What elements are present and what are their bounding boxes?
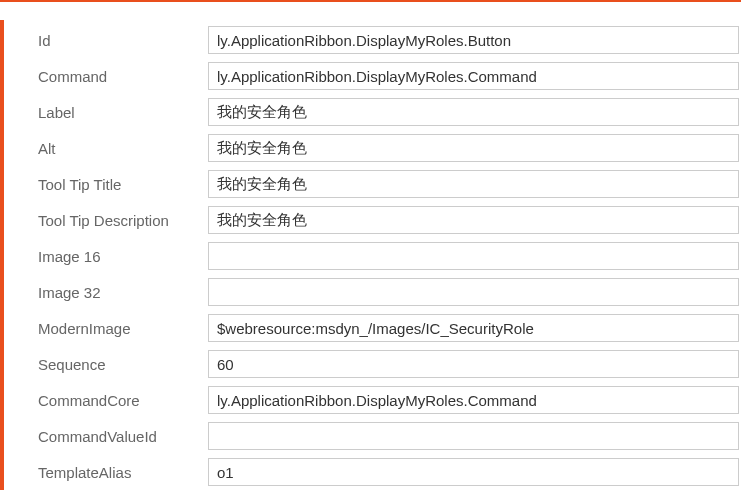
tooltip-title-input[interactable] — [208, 170, 739, 198]
alt-label: Alt — [4, 140, 208, 157]
label-label: Label — [4, 104, 208, 121]
property-row-tooltip-title: Tool Tip Title — [4, 166, 741, 202]
commandcore-label: CommandCore — [4, 392, 208, 409]
command-input[interactable] — [208, 62, 739, 90]
property-row-label: Label — [4, 94, 741, 130]
id-input[interactable] — [208, 26, 739, 54]
top-gap — [0, 2, 741, 20]
properties-panel: Id Command Label Alt Tool Tip Title Tool… — [0, 20, 741, 490]
image32-label: Image 32 — [4, 284, 208, 301]
templatealias-label: TemplateAlias — [4, 464, 208, 481]
id-label: Id — [4, 32, 208, 49]
property-row-image32: Image 32 — [4, 274, 741, 310]
property-row-sequence: Sequence — [4, 346, 741, 382]
tooltip-title-label: Tool Tip Title — [4, 176, 208, 193]
properties-list: Id Command Label Alt Tool Tip Title Tool… — [4, 20, 741, 490]
command-label: Command — [4, 68, 208, 85]
image16-label: Image 16 — [4, 248, 208, 265]
property-row-modernimage: ModernImage — [4, 310, 741, 346]
modernimage-input[interactable] — [208, 314, 739, 342]
commandvalueid-label: CommandValueId — [4, 428, 208, 445]
property-row-alt: Alt — [4, 130, 741, 166]
property-row-image16: Image 16 — [4, 238, 741, 274]
property-row-tooltip-description: Tool Tip Description — [4, 202, 741, 238]
templatealias-input[interactable] — [208, 458, 739, 486]
label-input[interactable] — [208, 98, 739, 126]
commandcore-input[interactable] — [208, 386, 739, 414]
tooltip-description-input[interactable] — [208, 206, 739, 234]
property-row-commandvalueid: CommandValueId — [4, 418, 741, 454]
modernimage-label: ModernImage — [4, 320, 208, 337]
commandvalueid-input[interactable] — [208, 422, 739, 450]
image32-input[interactable] — [208, 278, 739, 306]
property-row-id: Id — [4, 22, 741, 58]
alt-input[interactable] — [208, 134, 739, 162]
property-row-command: Command — [4, 58, 741, 94]
tooltip-description-label: Tool Tip Description — [4, 212, 208, 229]
image16-input[interactable] — [208, 242, 739, 270]
property-row-templatealias: TemplateAlias — [4, 454, 741, 490]
property-row-commandcore: CommandCore — [4, 382, 741, 418]
sequence-label: Sequence — [4, 356, 208, 373]
sequence-input[interactable] — [208, 350, 739, 378]
